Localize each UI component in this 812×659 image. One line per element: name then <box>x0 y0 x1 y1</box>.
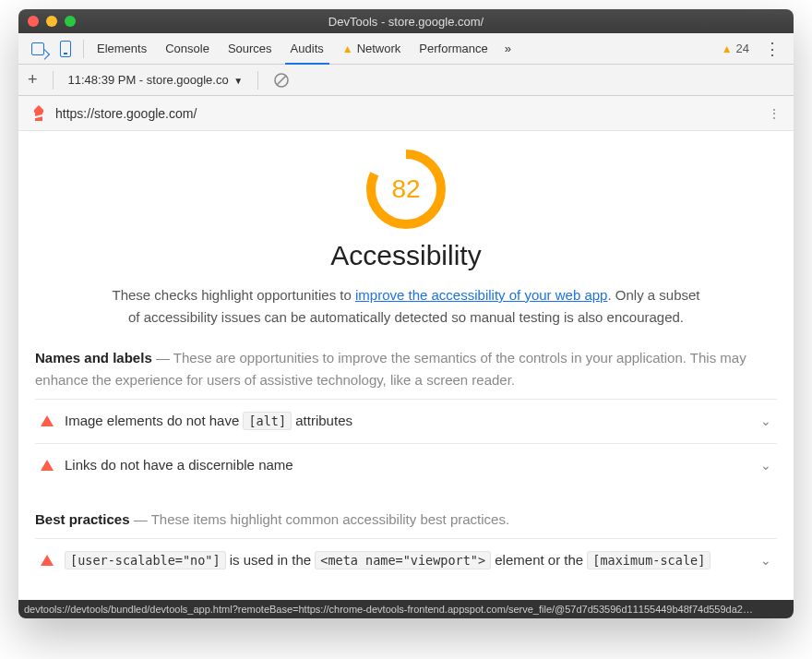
audit-title: [user-scalable="no"] is used in the <met… <box>65 550 749 571</box>
settings-menu-button[interactable]: ⋮ <box>757 39 788 59</box>
separator <box>53 71 54 90</box>
category-title: Accessibility <box>35 240 777 271</box>
report-urlbar: https://store.google.com/ ⋮ <box>18 96 794 131</box>
audit-row-user-scalable[interactable]: [user-scalable="no"] is used in the <met… <box>35 538 777 582</box>
svg-line-1 <box>278 76 286 84</box>
more-tabs-button[interactable]: » <box>497 33 519 65</box>
section-desc: These items highlight common accessibili… <box>151 511 510 527</box>
warning-icon: ▲ <box>342 42 353 55</box>
separator <box>83 40 84 58</box>
section-title: Best practices <box>35 511 130 527</box>
tab-label: Elements <box>97 42 147 55</box>
chevron-down-icon: ⌄ <box>760 413 771 428</box>
warning-icon: ▲ <box>722 42 733 55</box>
report-url: https://store.google.com/ <box>55 106 197 121</box>
report-body: 82 Accessibility These checks highlight … <box>18 131 794 600</box>
lighthouse-icon <box>31 104 46 123</box>
audit-run-select[interactable]: 11:48:39 PM - store.google.co ▼ <box>68 73 244 87</box>
improve-accessibility-link[interactable]: improve the accessibility of your web ap… <box>355 287 607 303</box>
tab-label: Performance <box>419 42 487 55</box>
fail-icon <box>41 415 54 426</box>
fail-icon <box>41 460 54 471</box>
tab-label: Console <box>165 42 209 55</box>
tab-performance[interactable]: Performance <box>410 33 496 65</box>
main-toolbar: Elements Console Sources Audits ▲Network… <box>18 33 794 65</box>
chevron-down-icon: ▼ <box>233 76 243 86</box>
tab-sources[interactable]: Sources <box>219 33 281 65</box>
score-gauge: 82 <box>35 148 777 231</box>
audit-row-link-name[interactable]: Links do not have a discernible name ⌄ <box>35 443 777 487</box>
tab-console[interactable]: Console <box>156 33 219 65</box>
status-bar: devtools://devtools/bundled/devtools_app… <box>18 600 794 618</box>
audit-title: Image elements do not have [alt] attribu… <box>65 411 749 432</box>
tab-elements[interactable]: Elements <box>88 33 156 65</box>
tab-label: Audits <box>291 42 324 55</box>
inspect-element-button[interactable] <box>24 35 52 63</box>
audit-title: Links do not have a discernible name <box>65 455 749 476</box>
category-description: These checks highlight opportunities to … <box>111 284 701 329</box>
tab-label: Network <box>357 42 401 55</box>
fail-icon <box>41 555 54 566</box>
audit-row-img-alt[interactable]: Image elements do not have [alt] attribu… <box>35 399 777 443</box>
chevron-down-icon: ⌄ <box>760 458 771 473</box>
section-best-practices: Best practices — These items highlight c… <box>35 509 777 531</box>
audit-run-label: 11:48:39 PM - store.google.co <box>68 73 229 87</box>
section-names-and-labels: Names and labels — These are opportuniti… <box>35 347 777 391</box>
window-title: DevTools - store.google.com/ <box>18 15 794 29</box>
tab-label: Sources <box>228 42 272 55</box>
tab-network[interactable]: ▲Network <box>333 33 411 65</box>
titlebar: DevTools - store.google.com/ <box>18 9 794 33</box>
audits-subbar: + 11:48:39 PM - store.google.co ▼ <box>18 65 794 96</box>
status-text: devtools://devtools/bundled/devtools_app… <box>24 604 753 615</box>
tab-audits[interactable]: Audits <box>281 33 333 65</box>
chevron-down-icon: ⌄ <box>760 553 771 568</box>
warnings-count: 24 <box>736 42 749 55</box>
new-audit-button[interactable]: + <box>28 70 38 90</box>
separator <box>257 71 258 90</box>
report-menu-button[interactable]: ⋮ <box>768 106 781 121</box>
clear-button[interactable] <box>273 72 290 89</box>
warnings-badge[interactable]: ▲ 24 <box>714 42 757 55</box>
toggle-device-toolbar-button[interactable] <box>52 35 79 63</box>
section-title: Names and labels <box>35 350 152 365</box>
devtools-window: DevTools - store.google.com/ Elements Co… <box>18 9 794 618</box>
score-value: 82 <box>364 148 448 231</box>
